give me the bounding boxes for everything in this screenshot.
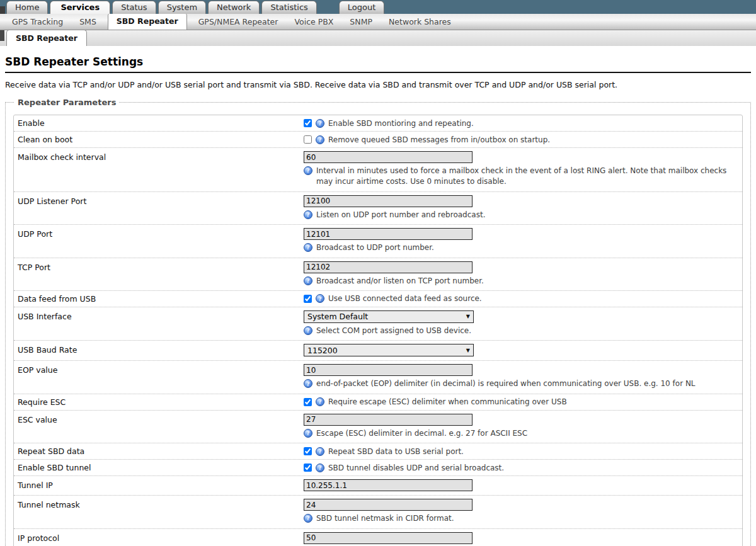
table-row-tcp-port: TCP Port ? Broadcast and/or listen on TC… bbox=[14, 258, 742, 290]
help-icon: ? bbox=[304, 379, 312, 388]
help-icon: ? bbox=[316, 119, 324, 128]
field-label: Tunnel netmask bbox=[14, 499, 304, 509]
help-icon: ? bbox=[316, 447, 324, 456]
field-description: Repeat SBD data to USB serial port. bbox=[328, 447, 464, 456]
field-description: Listen on UDP port number and rebroadcas… bbox=[316, 210, 485, 220]
field-label: USB Interface bbox=[14, 310, 304, 321]
help-icon: ? bbox=[316, 135, 324, 144]
select-value: 115200 bbox=[307, 346, 338, 355]
table-row-usb-baud-rate: USB Baud Rate 115200 ▼ bbox=[14, 340, 742, 360]
subnav-network-shares[interactable]: Network Shares bbox=[381, 17, 459, 26]
help-icon: ? bbox=[304, 514, 312, 523]
repeater-parameters-fieldset: Repeater Parameters Enable ? Enable SBD … bbox=[5, 98, 751, 546]
left-edge-shade bbox=[0, 6, 5, 14]
clean-on-boot-checkbox[interactable] bbox=[304, 135, 312, 144]
table-row-tunnel-ip: Tunnel IP bbox=[14, 475, 742, 495]
table-row-require-esc: Require ESC ? Require escape (ESC) delim… bbox=[14, 394, 742, 410]
help-icon: ? bbox=[304, 243, 312, 252]
nav-tab-network[interactable]: Network bbox=[208, 1, 260, 14]
field-label: Mailbox check interval bbox=[14, 151, 304, 162]
table-row-usb-interface: USB Interface System Default ▼ ? Select … bbox=[14, 307, 742, 340]
table-row-mailbox-check-interval: Mailbox check interval ? Interval in min… bbox=[14, 147, 742, 191]
help-icon: ? bbox=[316, 464, 324, 472]
usb-baud-rate-select[interactable]: 115200 ▼ bbox=[304, 344, 474, 356]
udp-listener-port-input[interactable] bbox=[304, 195, 472, 207]
table-row-enable: Enable ? Enable SBD montioring and repea… bbox=[14, 115, 742, 131]
field-label: TCP Port bbox=[14, 261, 304, 272]
table-row-udp-port: UDP Port ? Broadcast to UDP port number. bbox=[14, 224, 742, 257]
tab-sbd-repeater[interactable]: SBD Repeater bbox=[6, 30, 87, 46]
nav-tab-status[interactable]: Status bbox=[112, 1, 156, 14]
help-icon: ? bbox=[316, 294, 324, 303]
tunnel-netmask-input[interactable] bbox=[304, 499, 472, 511]
table-row-udp-listener-port: UDP Listener Port ? Listen on UDP port n… bbox=[14, 191, 742, 224]
nav-tab-logout[interactable]: Logout bbox=[339, 1, 385, 14]
page-description: Receive data via TCP and/or UDP and/or U… bbox=[5, 80, 751, 89]
field-description: Broadcast to UDP port number. bbox=[316, 242, 434, 253]
table-row-tunnel-netmask: Tunnel netmask ? SBD tunnel netmask in C… bbox=[14, 495, 742, 528]
field-label: USB Baud Rate bbox=[14, 344, 304, 355]
field-description: Use USB connected data feed as source. bbox=[328, 294, 482, 303]
services-sub-nav: GPS Tracking SMS SBD Repeater GPS/NMEA R… bbox=[0, 14, 756, 30]
nav-tab-statistics[interactable]: Statistics bbox=[261, 1, 316, 14]
table-row-eop-value: EOP value ? end-of-packet (EOP) delimite… bbox=[14, 360, 742, 393]
nav-tab-home[interactable]: Home bbox=[6, 1, 48, 14]
tcp-port-input[interactable] bbox=[304, 261, 472, 273]
chevron-down-icon: ▼ bbox=[466, 314, 470, 319]
table-row-clean-on-boot: Clean on boot ? Remove queued SBD messag… bbox=[14, 131, 742, 147]
chevron-down-icon: ▼ bbox=[466, 348, 470, 353]
subnav-sbd-repeater[interactable]: SBD Repeater bbox=[108, 13, 187, 30]
esc-value-input[interactable] bbox=[304, 414, 472, 426]
table-row-data-feed-from-usb: Data feed from USB ? Use USB connected d… bbox=[14, 290, 742, 307]
table-row-ip-protocol: IP protocol ? IP protocol to tunnel. e.g… bbox=[14, 528, 742, 546]
field-label: ESC value bbox=[14, 414, 304, 424]
field-description: Require escape (ESC) delimiter when comm… bbox=[328, 397, 567, 406]
field-description: SBD tunnel disables UDP and serial broad… bbox=[328, 464, 504, 472]
udp-port-input[interactable] bbox=[304, 228, 472, 240]
require-esc-checkbox[interactable] bbox=[304, 398, 312, 406]
subnav-snmp[interactable]: SNMP bbox=[341, 17, 381, 26]
field-description: Broadcast and/or listen on TCP port numb… bbox=[316, 276, 484, 287]
field-description: Enable SBD montioring and repeating. bbox=[328, 119, 474, 128]
nav-tab-system[interactable]: System bbox=[158, 1, 206, 14]
enable-sbd-tunnel-checkbox[interactable] bbox=[304, 464, 312, 472]
field-description: Select COM port assigned to USB device. bbox=[316, 326, 471, 336]
eop-value-input[interactable] bbox=[304, 364, 472, 376]
help-icon: ? bbox=[304, 326, 312, 335]
field-label: UDP Port bbox=[14, 228, 304, 239]
ip-protocol-input[interactable] bbox=[304, 532, 472, 544]
left-edge-shade bbox=[0, 30, 4, 41]
nav-tab-services[interactable]: Services bbox=[50, 1, 110, 14]
field-description: Escape (ESC) delimiter in decimal. e.g. … bbox=[316, 428, 527, 439]
data-feed-from-usb-checkbox[interactable] bbox=[304, 295, 312, 303]
field-label: UDP Listener Port bbox=[14, 195, 304, 206]
usb-interface-select[interactable]: System Default ▼ bbox=[304, 310, 474, 323]
field-label: Enable bbox=[14, 118, 304, 128]
top-nav-bar: Home Services Status System Network Stat… bbox=[0, 0, 756, 14]
mailbox-check-interval-input[interactable] bbox=[304, 151, 472, 163]
field-label: Enable SBD tunnel bbox=[14, 463, 304, 472]
enable-checkbox[interactable] bbox=[304, 119, 312, 127]
field-label: EOP value bbox=[14, 364, 304, 375]
repeat-sbd-data-checkbox[interactable] bbox=[304, 447, 312, 455]
tunnel-ip-input[interactable] bbox=[304, 479, 472, 491]
page-title: SBD Repeater Settings bbox=[5, 55, 751, 73]
help-icon: ? bbox=[304, 166, 312, 175]
field-description: Interval in minutes used to force a mail… bbox=[316, 166, 730, 188]
subnav-gps-tracking[interactable]: GPS Tracking bbox=[4, 17, 71, 26]
page-tab-strip: SBD Repeater bbox=[0, 30, 756, 46]
subnav-sms[interactable]: SMS bbox=[71, 17, 105, 26]
subnav-gps-nmea-repeater[interactable]: GPS/NMEA Repeater bbox=[190, 17, 287, 26]
main-content: SBD Repeater Settings Receive data via T… bbox=[0, 55, 756, 546]
subnav-voice-pbx[interactable]: Voice PBX bbox=[286, 17, 341, 26]
select-value: System Default bbox=[307, 312, 368, 321]
field-description: Remove queued SBD messages from in/outbo… bbox=[328, 135, 550, 144]
help-icon: ? bbox=[316, 397, 324, 406]
help-icon: ? bbox=[304, 429, 312, 438]
table-row-repeat-sbd-data: Repeat SBD data ? Repeat SBD data to USB… bbox=[14, 443, 742, 459]
field-label: Require ESC bbox=[14, 397, 304, 407]
field-label: Repeat SBD data bbox=[14, 446, 304, 456]
field-label: Tunnel IP bbox=[14, 479, 304, 490]
table-row-esc-value: ESC value ? Escape (ESC) delimiter in de… bbox=[14, 410, 742, 443]
help-icon: ? bbox=[304, 276, 312, 285]
